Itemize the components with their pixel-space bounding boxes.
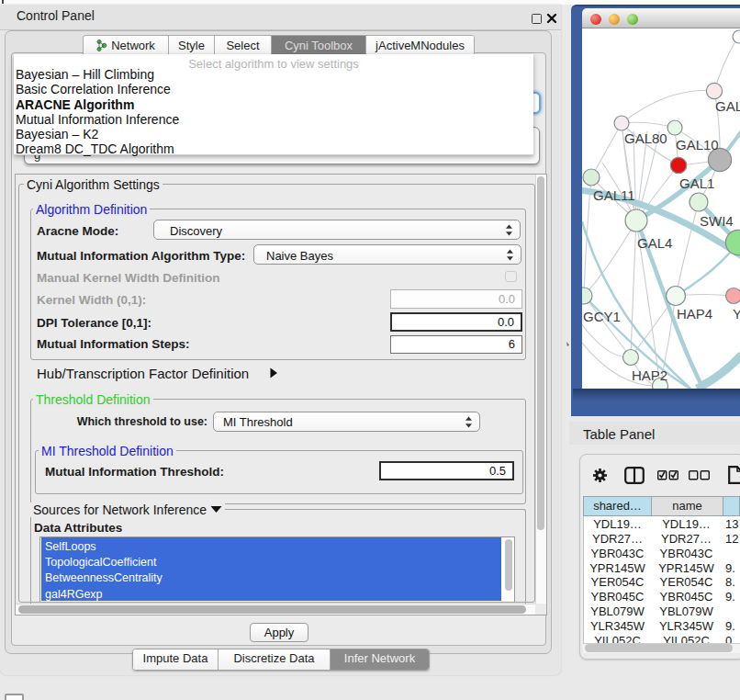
- svg-text:GAL80: GAL80: [624, 130, 667, 146]
- svg-text:YM: YM: [733, 306, 740, 322]
- svg-text:HAP4: HAP4: [677, 306, 712, 322]
- svg-text:GAL11: GAL11: [593, 187, 635, 203]
- svg-text:GCY1: GCY1: [583, 309, 621, 324]
- svg-text:GAL10: GAL10: [676, 137, 719, 152]
- svg-text:GAL1: GAL1: [679, 175, 714, 191]
- svg-text:GAL4: GAL4: [637, 235, 672, 251]
- svg-text:HAP2: HAP2: [632, 367, 667, 383]
- svg-text:GAL7: GAL7: [715, 98, 740, 114]
- svg-text:SWI4: SWI4: [700, 213, 734, 229]
